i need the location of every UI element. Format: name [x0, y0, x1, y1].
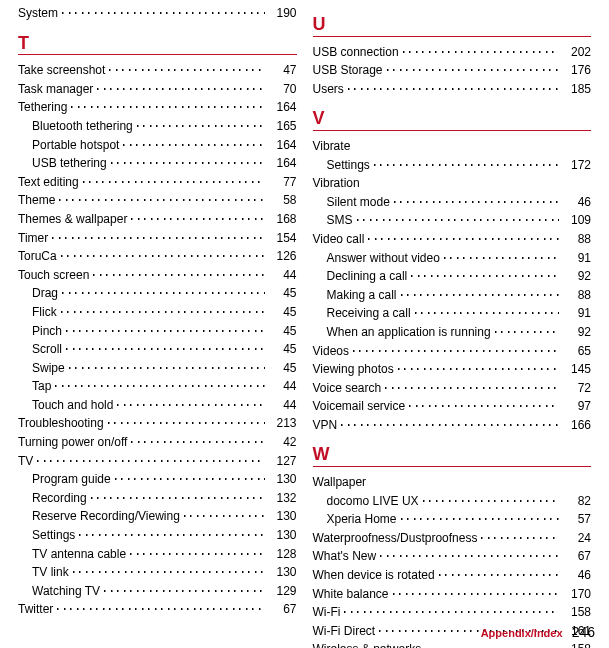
index-entry-label: Twitter [18, 600, 53, 619]
leader-dots [392, 194, 559, 206]
index-entry-page: 166 [561, 416, 591, 435]
index-entry[interactable]: Task manager70 [18, 80, 297, 99]
footer-label: Appendix/Index [481, 627, 563, 639]
leader-dots [35, 453, 264, 465]
leader-dots [60, 285, 264, 297]
index-entry-page: 190 [267, 4, 297, 23]
index-entry[interactable]: Declining a call92 [313, 267, 592, 286]
index-entry[interactable]: TV link130 [18, 563, 297, 582]
leader-dots [107, 62, 264, 74]
index-entry-page: 45 [267, 359, 297, 378]
index-entry-label: Vibrate [313, 139, 351, 153]
leader-dots [71, 564, 265, 576]
index-entry[interactable]: USB tethering164 [18, 154, 297, 173]
index-entry[interactable]: Recording132 [18, 489, 297, 508]
index-entry-label: Pinch [32, 322, 62, 341]
index-entry-label: Video call [313, 230, 365, 249]
index-entry[interactable]: Drag45 [18, 284, 297, 303]
index-entry[interactable]: Take screenshot47 [18, 61, 297, 80]
index-entry-label: TV [18, 452, 33, 471]
index-entry[interactable]: Troubleshooting213 [18, 414, 297, 433]
leader-dots [64, 341, 264, 353]
index-entry-page: 88 [561, 286, 591, 305]
index-entry-label: Reserve Recording/Viewing [32, 507, 180, 526]
index-entry[interactable]: Text editing77 [18, 173, 297, 192]
index-entry-label: Declining a call [327, 267, 408, 286]
index-entry-page: 45 [267, 340, 297, 359]
index-entry[interactable]: When an application is running92 [313, 323, 592, 342]
index-entry[interactable]: Video call88 [313, 230, 592, 249]
index-entry[interactable]: Touch screen44 [18, 266, 297, 285]
index-entry[interactable]: Turning power on/off42 [18, 433, 297, 452]
index-entry[interactable]: docomo LIVE UX82 [313, 492, 592, 511]
index-entry[interactable]: Twitter67 [18, 600, 297, 619]
index-group: Wallpaper [313, 473, 592, 492]
index-entry[interactable]: Silent mode46 [313, 193, 592, 212]
index-entry-label: docomo LIVE UX [327, 492, 419, 511]
index-entry[interactable]: Theme58 [18, 191, 297, 210]
index-entry[interactable]: Watching TV129 [18, 582, 297, 601]
index-entry[interactable]: Xperia Home57 [313, 510, 592, 529]
index-entry[interactable]: White balance170 [313, 585, 592, 604]
index-entry[interactable]: When device is rotated46 [313, 566, 592, 585]
leader-dots [355, 212, 559, 224]
index-entry-page: 202 [561, 43, 591, 62]
index-entry-page: 168 [267, 210, 297, 229]
index-entry[interactable]: Making a call88 [313, 286, 592, 305]
index-entry-page: 128 [267, 545, 297, 564]
index-entry[interactable]: Settings172 [313, 156, 592, 175]
leader-dots [391, 586, 559, 598]
index-entry-label: Making a call [327, 286, 397, 305]
index-entry[interactable]: ToruCa126 [18, 247, 297, 266]
index-entry[interactable]: TV127 [18, 452, 297, 471]
index-entry-label: Settings [32, 526, 75, 545]
index-entry[interactable]: System190 [18, 4, 297, 23]
index-entry[interactable]: Voice search72 [313, 379, 592, 398]
index-entry[interactable]: Waterproofness/Dustproofness24 [313, 529, 592, 548]
index-entry[interactable]: What's New67 [313, 547, 592, 566]
index-entry[interactable]: Bluetooth tethering165 [18, 117, 297, 136]
index-entry-page: 170 [561, 585, 591, 604]
footer: Appendix/Index 246 [481, 624, 595, 640]
index-entry[interactable]: Settings130 [18, 526, 297, 545]
index-entry[interactable]: Flick45 [18, 303, 297, 322]
index-entry[interactable]: Swipe45 [18, 359, 297, 378]
leader-dots [479, 530, 559, 542]
index-entry[interactable]: Voicemail service97 [313, 397, 592, 416]
index-entry[interactable]: Videos65 [313, 342, 592, 361]
index-entry[interactable]: Themes & wallpaper168 [18, 210, 297, 229]
index-entry[interactable]: USB connection202 [313, 43, 592, 62]
index-entry-page: 45 [267, 303, 297, 322]
index-entry-label: Theme [18, 191, 55, 210]
index-entry-label: Task manager [18, 80, 93, 99]
index-entry[interactable]: Answer without video91 [313, 249, 592, 268]
index-entry[interactable]: Touch and hold44 [18, 396, 297, 415]
index-entry-page: 176 [561, 61, 591, 80]
leader-dots [53, 378, 264, 390]
index-entry[interactable]: Viewing photos145 [313, 360, 592, 379]
index-entry[interactable]: VPN166 [313, 416, 592, 435]
index-entry[interactable]: USB Storage176 [313, 61, 592, 80]
index-entry-label: Silent mode [327, 193, 390, 212]
leader-dots [67, 360, 265, 372]
leader-dots [91, 267, 264, 279]
index-entry[interactable]: Wi-Fi158 [313, 603, 592, 622]
leader-dots [366, 231, 559, 243]
index-entry[interactable]: SMS109 [313, 211, 592, 230]
leader-dots [57, 192, 264, 204]
index-entry[interactable]: Receiving a call91 [313, 304, 592, 323]
index-entry[interactable]: Timer154 [18, 229, 297, 248]
index-entry[interactable]: Pinch45 [18, 322, 297, 341]
index-entry[interactable]: TV antenna cable128 [18, 545, 297, 564]
index-entry-page: 45 [267, 284, 297, 303]
index-entry[interactable]: Program guide130 [18, 470, 297, 489]
index-entry[interactable]: Tethering164 [18, 98, 297, 117]
index-entry[interactable]: Scroll45 [18, 340, 297, 359]
index-entry[interactable]: Portable hotspot164 [18, 136, 297, 155]
leader-dots [378, 548, 559, 560]
index-entry[interactable]: Users185 [313, 80, 592, 99]
index-entry[interactable]: Tap44 [18, 377, 297, 396]
index-entry[interactable]: Reserve Recording/Viewing130 [18, 507, 297, 526]
index-entry[interactable]: Wireless & networks158 [313, 640, 592, 648]
index-entry-page: 82 [561, 492, 591, 511]
